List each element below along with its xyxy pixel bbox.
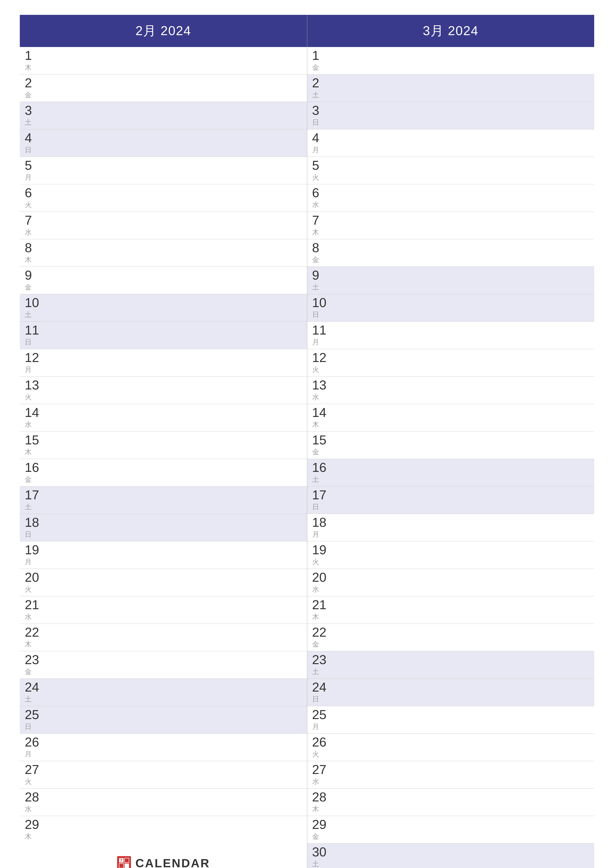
day-number-block: 28 水: [25, 790, 45, 814]
day-row: 7 木: [307, 212, 594, 239]
day-row: 1 木: [20, 47, 307, 74]
day-number: 19: [312, 543, 332, 556]
day-number: 21: [312, 598, 332, 611]
day-number: 12: [25, 351, 45, 364]
day-number-block: 12 火: [312, 351, 332, 374]
day-number-block: 27 火: [25, 763, 45, 786]
day-row: 3 土: [20, 102, 307, 129]
day-name: 土: [25, 310, 45, 319]
day-number: 24: [25, 681, 45, 694]
day-number-block: 18 月: [312, 516, 332, 539]
day-row: 29 金: [307, 816, 594, 843]
day-row: 24 土: [20, 679, 307, 706]
day-row: 6 水: [307, 184, 594, 212]
day-number: 1: [25, 49, 45, 62]
day-number: 27: [25, 763, 45, 776]
day-name: 日: [25, 338, 45, 347]
day-row: 24 日: [307, 679, 594, 706]
day-number: 8: [25, 241, 45, 254]
day-name: 日: [312, 694, 332, 704]
day-number: 23: [25, 653, 45, 666]
day-name: 水: [312, 200, 332, 209]
day-number-block: 28 木: [312, 790, 332, 814]
day-name: 火: [25, 392, 45, 402]
day-row: 17 土: [20, 487, 307, 514]
logo: 7 CALENDAR: [117, 856, 210, 868]
day-name: 水: [25, 420, 45, 429]
day-name: 金: [25, 90, 45, 100]
day-row: 20 水: [307, 569, 594, 596]
day-number: 29: [25, 818, 45, 831]
day-number-block: 10 日: [312, 296, 332, 319]
day-number: 14: [312, 406, 332, 419]
svg-rect-3: [119, 863, 124, 868]
day-number: 16: [25, 461, 45, 474]
day-name: 月: [312, 145, 332, 155]
day-number: 14: [25, 406, 45, 419]
svg-rect-4: [124, 863, 129, 868]
day-name: 土: [312, 859, 332, 868]
day-name: 土: [25, 694, 45, 704]
day-number-block: 14 木: [312, 406, 332, 429]
day-number-block: 5 月: [25, 159, 45, 182]
day-number-block: 6 火: [25, 186, 45, 209]
day-number: 28: [25, 790, 45, 803]
day-name: 土: [312, 282, 332, 292]
day-number: 11: [25, 324, 45, 336]
day-row: 30 土: [307, 843, 594, 868]
day-number-block: 16 金: [25, 461, 45, 484]
day-number-block: 5 火: [312, 159, 332, 182]
day-number: 11: [312, 324, 332, 336]
day-number: 28: [312, 790, 332, 803]
day-row: 23 土: [307, 651, 594, 679]
day-name: 水: [312, 392, 332, 402]
footer-logo-area: 7 CALENDAR: [20, 846, 307, 868]
day-name: 日: [312, 310, 332, 319]
day-name: 土: [312, 475, 332, 484]
day-row: 8 木: [20, 239, 307, 267]
day-name: 火: [312, 173, 332, 182]
day-number-block: 13 火: [25, 378, 45, 402]
day-name: 日: [25, 530, 45, 539]
day-name: 金: [25, 667, 45, 676]
day-name: 土: [312, 667, 332, 676]
march-title: 3月 2024: [423, 23, 479, 38]
day-number: 4: [25, 132, 45, 144]
day-row: 12 火: [307, 349, 594, 377]
day-row: 22 金: [307, 624, 594, 651]
day-number-block: 12 月: [25, 351, 45, 374]
day-number: 7: [312, 214, 332, 227]
day-number: 24: [312, 681, 332, 694]
calendar-logo-icon: 7: [117, 856, 132, 868]
day-number: 9: [312, 269, 332, 282]
day-name: 月: [25, 557, 45, 567]
day-number-block: 17 土: [25, 488, 45, 512]
day-number-block: 21 水: [25, 598, 45, 622]
day-name: 火: [25, 777, 45, 786]
day-number: 21: [25, 598, 45, 611]
day-name: 木: [25, 255, 45, 265]
day-name: 木: [25, 832, 45, 841]
day-number: 17: [25, 488, 45, 501]
day-number-block: 18 日: [25, 516, 45, 539]
day-row: 23 金: [20, 651, 307, 679]
day-row: 3 日: [307, 102, 594, 129]
day-number-block: 1 金: [312, 49, 332, 72]
day-row: 4 日: [20, 129, 307, 157]
day-row: 9 金: [20, 267, 307, 294]
day-row: 9 土: [307, 267, 594, 294]
day-number: 22: [25, 626, 45, 639]
day-name: 月: [312, 722, 332, 732]
day-name: 火: [312, 365, 332, 374]
day-name: 火: [25, 585, 45, 594]
march-header: 3月 2024: [307, 15, 594, 47]
day-number-block: 24 土: [25, 681, 45, 704]
day-row: 19 月: [20, 541, 307, 569]
day-number-block: 25 月: [312, 708, 332, 732]
day-name: 土: [25, 502, 45, 512]
day-number: 13: [25, 378, 45, 391]
day-row: 11 月: [307, 322, 594, 349]
day-number-block: 15 金: [312, 434, 332, 457]
day-name: 月: [25, 365, 45, 374]
day-number-block: 9 土: [312, 269, 332, 292]
